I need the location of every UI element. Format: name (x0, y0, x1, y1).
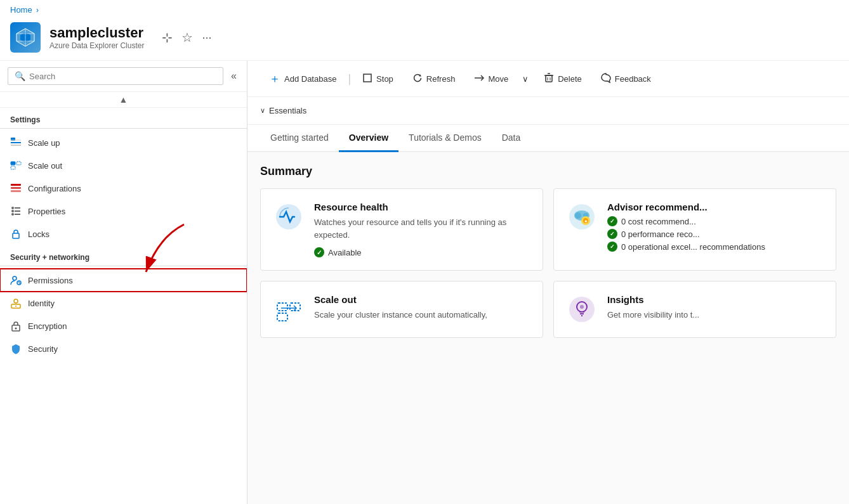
svg-point-19 (11, 213, 14, 216)
insights-card[interactable]: Insights Get more visibility into t... (553, 281, 836, 338)
refresh-button[interactable]: Refresh (404, 69, 464, 89)
breadcrumb-separator: › (36, 5, 39, 15)
svg-rect-12 (11, 184, 21, 186)
tabs-bar: Getting started Overview Tutorials & Dem… (247, 125, 849, 152)
sidebar-item-locks[interactable]: Locks (0, 223, 247, 245)
delete-button[interactable]: Delete (535, 69, 591, 89)
toolbar: ＋ Add Database | Stop Refresh (247, 61, 849, 97)
move-dropdown-button[interactable]: ∨ (517, 70, 534, 87)
svg-rect-7 (11, 145, 21, 146)
sidebar-item-identity[interactable]: Identity (0, 292, 247, 314)
main-layout: 🔍 « ▲ Settings Scale up (0, 61, 849, 504)
locks-label: Locks (28, 229, 49, 239)
favorite-button[interactable]: ☆ (179, 29, 195, 46)
identity-label: Identity (28, 299, 55, 308)
chevron-down-icon: ∨ (260, 107, 265, 115)
security-label: Security (28, 344, 58, 354)
stop-button[interactable]: Stop (353, 69, 402, 89)
sidebar-scroll: ▲ Settings Scale up Scale out (0, 92, 247, 504)
collapse-sidebar-button[interactable]: « (228, 68, 239, 84)
scale-out-icon (10, 160, 22, 171)
move-icon (474, 73, 484, 85)
sidebar-item-properties[interactable]: Properties (0, 200, 247, 223)
resource-health-content: Resource health Watches your resource an… (314, 202, 530, 257)
advisor-title: Advisor recommend... (607, 202, 765, 212)
svg-rect-10 (16, 162, 21, 165)
svg-point-49 (569, 297, 595, 322)
sidebar-item-encryption[interactable]: Encryption (0, 314, 247, 337)
locks-icon (10, 228, 22, 240)
svg-point-40 (575, 212, 581, 219)
tab-getting-started[interactable]: Getting started (260, 125, 339, 152)
tab-overview[interactable]: Overview (339, 125, 398, 152)
sidebar-settings-divider (0, 128, 247, 129)
sidebar-item-scale-up[interactable]: Scale up (0, 131, 247, 154)
insights-card-content: Insights Get more visibility into t... (607, 294, 699, 321)
svg-point-25 (14, 299, 18, 303)
svg-point-23 (13, 276, 16, 280)
scale-out-card-description: Scale your cluster instance count automa… (314, 309, 487, 321)
advisor-operational-label: 0 operational excel... recommendations (621, 242, 765, 252)
permissions-row-container: Permissions (0, 269, 247, 292)
search-input[interactable] (29, 72, 216, 81)
sidebar-scroll-up[interactable]: ▲ (119, 94, 128, 105)
resource-name: samplecluster (49, 25, 144, 41)
ade-icon (15, 27, 36, 48)
resource-health-title: Resource health (314, 202, 530, 212)
sidebar-item-scale-out[interactable]: Scale out (0, 154, 247, 177)
configurations-label: Configurations (28, 184, 81, 193)
sidebar-search-container: 🔍 « (0, 61, 247, 92)
insights-card-description: Get more visibility into t... (607, 309, 699, 321)
resource-health-status: Available (314, 247, 530, 257)
tab-tutorials[interactable]: Tutorials & Demos (398, 125, 492, 152)
toolbar-divider-1: | (348, 72, 351, 86)
stop-label: Stop (376, 74, 393, 84)
resource-icon (10, 22, 41, 53)
identity-icon (10, 297, 22, 309)
advisor-card[interactable]: ✦ Advisor recommend... 0 cost recommend.… (553, 188, 836, 271)
search-box[interactable]: 🔍 (8, 67, 223, 85)
essentials-toggle[interactable]: ∨ Essentials (260, 106, 836, 115)
move-button[interactable]: Move (465, 69, 517, 89)
svg-point-15 (11, 207, 14, 209)
svg-point-27 (15, 306, 16, 307)
sidebar: 🔍 « ▲ Settings Scale up (0, 61, 247, 504)
move-group: Move ∨ (465, 69, 534, 89)
tab-data[interactable]: Data (492, 125, 531, 152)
resource-health-card[interactable]: Resource health Watches your resource an… (260, 188, 543, 271)
available-label: Available (328, 248, 362, 257)
content-area: ＋ Add Database | Stop Refresh (247, 61, 849, 504)
resource-title: samplecluster Azure Data Explorer Cluste… (49, 25, 144, 50)
scale-out-card-title: Scale out (314, 294, 487, 305)
refresh-icon (412, 73, 423, 85)
permissions-icon (10, 275, 22, 286)
more-options-button[interactable]: ··· (199, 30, 214, 46)
summary-cards: Resource health Watches your resource an… (260, 188, 836, 338)
refresh-label: Refresh (426, 74, 456, 84)
check-icon-operational (607, 242, 617, 252)
stop-icon (362, 73, 372, 85)
breadcrumb-home[interactable]: Home (10, 5, 32, 15)
delete-icon (544, 73, 554, 85)
advisor-performance-item: 0 performance reco... (607, 229, 765, 239)
svg-rect-45 (277, 303, 287, 311)
scale-out-card[interactable]: Scale out Scale your cluster instance co… (260, 281, 543, 338)
properties-label: Properties (28, 207, 65, 216)
feedback-label: Feedback (615, 74, 651, 84)
insights-icon (567, 294, 597, 325)
pin-button[interactable]: ⊹ (159, 29, 175, 46)
sidebar-item-security[interactable]: Security (0, 337, 247, 360)
sidebar-item-permissions[interactable]: Permissions (0, 269, 247, 292)
feedback-button[interactable]: Feedback (592, 69, 660, 89)
svg-rect-21 (13, 233, 19, 238)
svg-rect-47 (277, 313, 287, 321)
properties-icon (10, 205, 22, 217)
svg-point-51 (580, 305, 584, 309)
sidebar-item-configurations[interactable]: Configurations (0, 177, 247, 200)
svg-point-17 (11, 210, 14, 212)
delete-label: Delete (558, 74, 582, 84)
header-actions: ⊹ ☆ ··· (159, 29, 214, 46)
available-status-dot (314, 247, 324, 257)
add-database-button[interactable]: ＋ Add Database (260, 67, 345, 90)
summary-title: Summary (260, 165, 836, 178)
